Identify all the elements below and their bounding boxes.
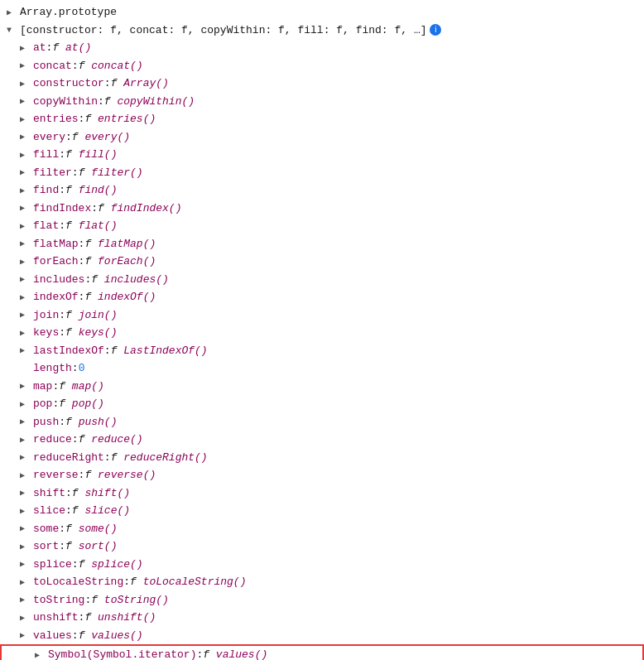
fname-push: push() [79,414,118,431]
arrow-includes[interactable] [20,273,31,285]
type-indexOf: f [84,289,98,306]
colon-shift: : [65,485,72,502]
arrow-every[interactable] [20,131,31,142]
prop-row-length[interactable]: length: 0 [0,359,644,378]
type-lastIndexOf: f [111,343,124,359]
colon-at: : [46,40,53,56]
prop-row-values[interactable]: values: f values() [0,627,644,645]
prop-row-includes[interactable]: includes: f includes() [0,271,644,289]
prop-row-find[interactable]: find: f find() [0,181,644,200]
arrow-shift[interactable] [20,487,31,499]
fname-lastIndexOf: LastIndexOf() [123,343,207,359]
type-flat: f [65,218,79,234]
fname-findIndex: findIndex() [111,200,182,217]
arrow-forEach[interactable] [20,256,31,267]
prop-row-shift[interactable]: shift: f shift() [0,484,644,503]
prop-row-slice[interactable]: slice: f slice() [0,502,644,520]
arrow-toString[interactable] [20,594,31,605]
prop-row-some[interactable]: some: f some() [0,520,644,538]
arrow-map[interactable] [20,380,31,392]
arrow-entries[interactable] [20,113,31,125]
arrow-fill[interactable] [20,149,31,161]
prop-row-pop[interactable]: pop: f pop() [0,395,644,413]
prop-row-flat[interactable]: flat: f flat() [0,217,644,235]
prop-row-keys[interactable]: keys: f keys() [0,324,644,342]
arrow-reduceRight[interactable] [20,451,31,463]
arrow-reduce[interactable] [20,434,31,446]
key-includes: includes [33,272,84,288]
fname-toString: toString() [104,592,169,609]
colon-indexOf: : [79,289,85,306]
prop-row-join[interactable]: join: f join() [0,306,644,325]
arrow-splice[interactable] [20,558,31,570]
prop-row-sort[interactable]: sort: f sort() [0,537,644,556]
colon-join: : [59,307,65,324]
arrow-flatMap[interactable] [20,238,31,249]
type-keys: f [65,325,79,341]
prop-row-unshift[interactable]: unshift: f unshift() [0,609,644,627]
prop-row-concat[interactable]: concat: f concat() [0,57,644,75]
arrow-join[interactable] [20,309,31,320]
prop-row-reduceright[interactable]: reduceRight: f reduceRight() [0,449,644,467]
info-icon[interactable]: i [430,24,441,36]
arrow-at[interactable] [20,42,31,54]
symbol-iterator-type: f [203,647,216,660]
arrow-pop[interactable] [20,398,31,410]
fname-splice: splice() [91,556,142,573]
prop-row-findindex[interactable]: findIndex: f findIndex() [0,200,644,218]
array-prototype-root[interactable]: Array.prototype [0,3,644,22]
arrow-slice[interactable] [20,505,31,517]
arrow-find[interactable] [20,185,31,196]
arrow-toLocaleString[interactable] [20,576,31,588]
prop-row-map[interactable]: map: f map() [0,378,644,396]
arrow-copyWithin[interactable] [20,95,31,107]
type-some: f [65,521,79,537]
prop-row-flatmap[interactable]: flatMap: f flatMap() [0,235,644,253]
arrow-concat[interactable] [20,60,31,71]
symbol-iterator-toggle[interactable] [35,649,46,660]
prop-row-constructor[interactable]: constructor: f Array() [0,75,644,93]
prop-row-tostring[interactable]: toString: f toString() [0,591,644,609]
prop-row-foreach[interactable]: forEach: f forEach() [0,253,644,271]
arrow-values[interactable] [20,629,31,641]
symbol-iterator-row[interactable]: Symbol(Symbol.iterator) : f values() [0,644,644,660]
type-toLocaleString: f [130,574,143,590]
prop-row-every[interactable]: every: f every() [0,128,644,147]
arrow-reverse[interactable] [20,470,31,481]
prop-row-tolocalestring[interactable]: toLocaleString: f toLocaleString() [0,573,644,591]
arrow-constructor[interactable] [20,78,31,89]
prop-row-fill[interactable]: fill: f fill() [0,146,644,164]
prop-row-entries[interactable]: entries: f entries() [0,110,644,128]
arrow-findIndex[interactable] [20,202,31,214]
key-flat: flat [33,218,59,234]
array-header-bracket: [constructor: f, concat: f, copyWithin: … [20,22,426,39]
arrow-sort[interactable] [20,541,31,552]
prop-row-copywithin[interactable]: copyWithin: f copyWithin() [0,93,644,111]
prop-row-indexof[interactable]: indexOf: f indexOf() [0,288,644,306]
arrow-flat[interactable] [20,220,31,232]
fname-reverse: reverse() [98,467,156,484]
colon-toString: : [84,592,91,609]
prop-row-reverse[interactable]: reverse: f reverse() [0,466,644,484]
prop-row-filter[interactable]: filter: f filter() [0,164,644,182]
arrow-lastIndexOf[interactable] [20,344,31,356]
colon-reduce: : [72,431,79,448]
prop-row-splice[interactable]: splice: f splice() [0,556,644,574]
prop-row-at[interactable]: at: f at() [0,39,644,57]
arrow-filter[interactable] [20,166,31,178]
arrow-push[interactable] [20,416,31,427]
fname-unshift: unshift() [98,609,156,626]
array-header-line[interactable]: [constructor: f, concat: f, copyWithin: … [0,22,644,40]
arrow-unshift[interactable] [20,612,31,624]
arrow-keys[interactable] [20,327,31,339]
prop-row-lastindexof[interactable]: lastIndexOf: f LastIndexOf() [0,342,644,360]
key-some: some [33,521,59,537]
prop-row-reduce[interactable]: reduce: f reduce() [0,431,644,449]
type-find: f [65,182,79,199]
prop-row-push[interactable]: push: f push() [0,413,644,431]
key-reduce: reduce [33,431,72,448]
arrow-some[interactable] [20,523,31,534]
root-toggle-arrow[interactable] [7,7,18,18]
array-header-toggle[interactable] [7,24,18,36]
arrow-indexOf[interactable] [20,291,31,303]
